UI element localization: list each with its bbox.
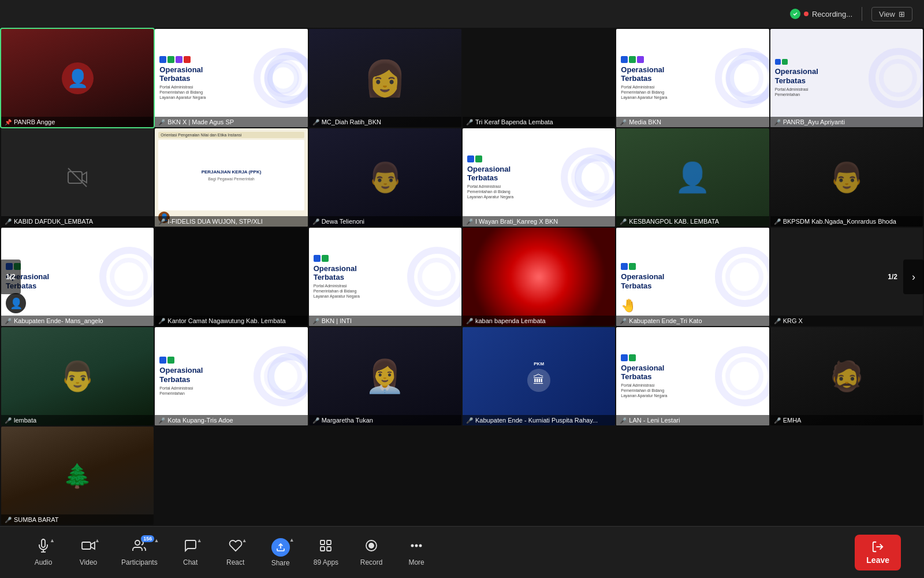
participant-cell-wayan[interactable]: OperasionalTerbatas Portal AdministrasiP… <box>463 128 615 227</box>
participant-cell-fidelis[interactable]: Orientasi Pengenalan Nilai dan Etika Ins… <box>155 128 307 227</box>
mic-icon-p19: 🎤 <box>5 417 12 424</box>
participant-cell-margaretha[interactable]: 👩‍💼 🎤 Margaretha Tukan <box>309 327 461 425</box>
participant-label-p1: 📌 PANRB Angge <box>1 117 154 127</box>
mic-icon-p25: 🎤 <box>5 517 12 523</box>
participant-label-p24: 🎤 EMHA <box>770 415 923 425</box>
mic-icon-p2: 🎤 <box>158 119 165 125</box>
participant-cell-ayu[interactable]: OperasionalTerbatas Portal AdministrasiP… <box>770 29 923 127</box>
mic-icon-p11: 🎤 <box>620 218 627 225</box>
participant-cell-sumba[interactable]: 🌲 🎤 SUMBA BARAT <box>1 427 154 525</box>
participant-cell-kesbangpol[interactable]: 👤 🎤 KESBANGPOL KAB. LEMBATA <box>616 128 769 227</box>
main-container: Recording... View ⊞ ‹ 1/2 › 1/2 👤 📌 PANR… <box>0 0 924 578</box>
video-icon: ▲ <box>81 539 95 556</box>
share-button[interactable]: ▲ Share <box>260 533 301 572</box>
participant-name-p13: Kabupaten Ende- Mans_angelo <box>14 317 103 324</box>
mic-icon-p18: 🎤 <box>774 318 781 324</box>
participant-cell-bkpsdm[interactable]: 👨 🎤 BKPSDM Kab.Ngada_Konrardus Bhoda <box>770 128 923 227</box>
participant-cell-diah[interactable]: 👩 🎤 MC_Diah Ratih_BKN <box>309 29 461 127</box>
apps-label: 89 Apps <box>314 558 338 566</box>
participant-cell-kupang[interactable]: OperasionalTerbatas Portal AdministrasiP… <box>155 327 307 425</box>
recording-badge: Recording... <box>790 9 852 19</box>
participant-cell-panrb-angge[interactable]: 👤 📌 PANRB Angge <box>1 29 154 127</box>
participant-cell-emha[interactable]: 🧔 🎤 EMHA <box>770 327 923 425</box>
participant-label-p13: 🎤 Kabupaten Ende- Mans_angelo <box>1 316 154 326</box>
mic-icon-p16: 🎤 <box>466 318 473 324</box>
apps-button[interactable]: 89 Apps <box>305 534 346 571</box>
more-label: More <box>408 558 424 566</box>
participant-cell-trikeraf[interactable]: 🎤 Tri Keraf Bapenda Lembata <box>463 29 615 127</box>
mic-icon-p3: 🎤 <box>312 119 319 125</box>
participant-label-p25: 🎤 SUMBA BARAT <box>1 514 154 525</box>
participant-label-p10: 🎤 I Wayan Brati_Kanreg X BKN <box>463 216 615 227</box>
participant-label-p9: 🎤 Dewa Telienoni <box>309 216 461 227</box>
chat-button[interactable]: ▲ Chat <box>170 534 211 571</box>
record-button[interactable]: Record <box>351 534 392 571</box>
participant-name-p3: MC_Diah Ratih_BKN <box>322 118 381 125</box>
video-button[interactable]: ▲ Video <box>68 534 109 571</box>
participant-name-p9: Dewa Telienoni <box>322 218 364 225</box>
mic-icon-p21: 🎤 <box>312 417 319 424</box>
svg-point-12 <box>369 543 374 548</box>
react-label: React <box>226 558 244 566</box>
participant-name-p11: KESBANGPOL KAB. LEMBATA <box>629 218 719 225</box>
audio-button[interactable]: ▲ Audio <box>23 534 64 571</box>
mic-icon-p4: 🎤 <box>466 119 473 125</box>
participant-cell-bkn-made[interactable]: OperasionalTerbatas Portal AdministrasiP… <box>155 29 307 127</box>
mic-icon-p12: 🎤 <box>774 218 781 225</box>
participant-cell-media-bkn[interactable]: OperasionalTerbatas Portal AdministrasiP… <box>616 29 769 127</box>
recording-label: Recording... <box>812 10 852 18</box>
svg-rect-10 <box>327 547 331 551</box>
participant-cell-krg[interactable]: 🎤 KRG X <box>770 228 923 326</box>
mic-icon-p7: 🎤 <box>5 218 12 225</box>
camera-off-icon <box>1 128 154 227</box>
mic-icon-p5: 🎤 <box>620 119 627 125</box>
apps-icon <box>319 539 333 556</box>
share-icon: ▲ <box>271 538 290 557</box>
participant-label-p22: 🎤 Kabupaten Ende - Kurniati Puspita Raha… <box>463 415 615 425</box>
record-icon <box>364 539 378 556</box>
svg-point-5 <box>135 540 140 545</box>
svg-point-14 <box>416 544 418 546</box>
participant-label-p11: 🎤 KESBANGPOL KAB. LEMBATA <box>616 216 769 227</box>
participant-name-p4: Tri Keraf Bapenda Lembata <box>475 118 553 125</box>
participant-cell-kaban[interactable]: 🎤 kaban bapenda Lembata <box>463 228 615 326</box>
react-button[interactable]: ▲ React <box>215 534 256 571</box>
participants-button[interactable]: 156 ▲ Participants <box>113 534 166 571</box>
participant-label-p15: 🎤 BKN | INTI <box>309 316 461 326</box>
participant-cell-leni[interactable]: OperasionalTerbatas Portal AdministrasiP… <box>616 327 769 425</box>
mic-icon-p22: 🎤 <box>466 417 473 424</box>
participant-label-p6: 🎤 PANRB_Ayu Apriyanti <box>770 117 923 127</box>
mic-icon-p14: 🎤 <box>158 318 165 324</box>
participant-cell-mans[interactable]: OperasionalTerbatas 👤 🎤 Kabupaten Ende- … <box>1 228 154 326</box>
participant-name-p18: KRG X <box>783 317 803 324</box>
participant-name-p6: PANRB_Ayu Apriyanti <box>783 118 845 125</box>
participant-cell-camat[interactable]: 🎤 Kantor Camat Nagawutung Kab. Lembata <box>155 228 307 326</box>
more-icon <box>409 539 423 556</box>
participant-name-p25: SUMBA BARAT <box>14 516 58 523</box>
participant-cell-kabid[interactable]: 🎤 KABID DAFDUK_LEMBATA <box>1 128 154 227</box>
participant-cell-kurniati[interactable]: PKM 🏛 🎤 Kabupaten Ende - Kurniati Puspit… <box>463 327 615 425</box>
svg-rect-7 <box>321 540 325 544</box>
participants-label: Participants <box>121 558 158 566</box>
grid-icon: ⊞ <box>899 10 905 18</box>
shield-check-icon <box>790 9 800 19</box>
participant-name-p14: Kantor Camat Nagawutung Kab. Lembata <box>167 317 285 324</box>
participant-name-p12: BKPSDM Kab.Ngada_Konrardus Bhoda <box>783 218 896 225</box>
participant-cell-tri-kato[interactable]: OperasionalTerbatas 🤚 🎤 Kabupaten Ende_T… <box>616 228 769 326</box>
leave-button[interactable]: Leave <box>855 535 901 570</box>
view-button[interactable]: View ⊞ <box>871 7 912 21</box>
participant-cell-dewa[interactable]: 👨 🎤 Dewa Telienoni <box>309 128 461 227</box>
participants-count: 156 <box>141 535 154 542</box>
share-label: Share <box>271 559 290 567</box>
participant-cell-lembata[interactable]: 👨 🎤 lembata <box>1 327 154 425</box>
participant-name-p19: lembata <box>14 417 36 424</box>
next-page-button[interactable]: › <box>903 260 924 294</box>
svg-rect-9 <box>321 547 325 551</box>
mic-icon-p10: 🎤 <box>466 218 473 225</box>
participant-name-p5: Media BKN <box>629 118 661 125</box>
participant-cell-inti[interactable]: OperasionalTerbatas Portal AdministrasiP… <box>309 228 461 326</box>
participant-name-p17: Kabupaten Ende_Tri Kato <box>629 317 702 324</box>
mic-icon-p15: 🎤 <box>312 318 319 324</box>
video-grid: 👤 📌 PANRB Angge OperasionalTerbatas <box>0 28 924 526</box>
more-button[interactable]: More <box>396 534 437 571</box>
